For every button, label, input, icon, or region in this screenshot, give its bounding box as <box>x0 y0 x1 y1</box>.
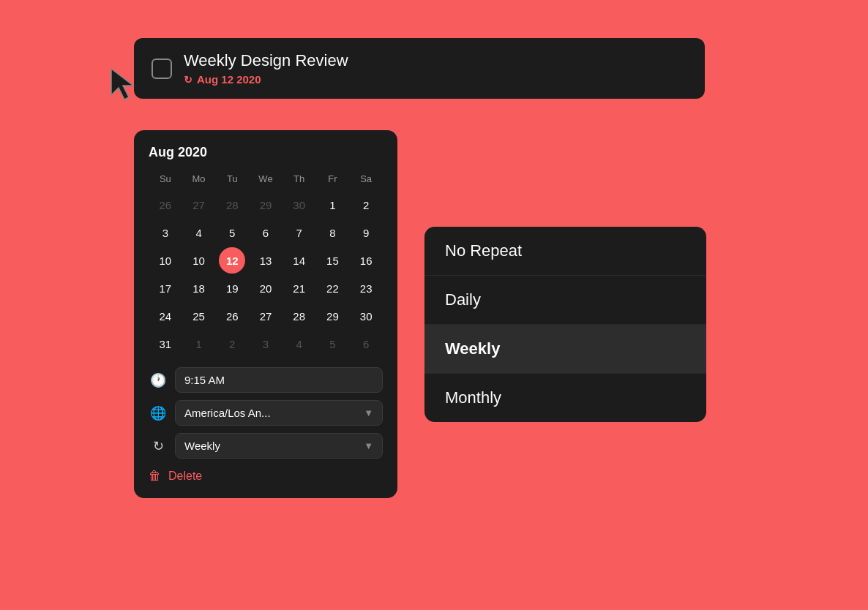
day-name-mo: Mo <box>182 170 216 187</box>
cal-day[interactable]: 30 <box>353 303 379 329</box>
calendar-header: Su Mo Tu We Th Fr Sa <box>149 170 383 187</box>
day-name-th: Th <box>283 170 316 187</box>
repeat-icon: ↻ <box>149 438 168 454</box>
delete-row[interactable]: 🗑 Delete <box>149 466 383 483</box>
repeat-dropdown-arrow: ▼ <box>364 440 373 451</box>
repeat-option-weekly[interactable]: Weekly <box>424 325 706 374</box>
timezone-dropdown-arrow: ▼ <box>364 407 373 418</box>
cal-day[interactable]: 24 <box>152 303 179 329</box>
cal-day[interactable]: 16 <box>353 247 379 274</box>
cal-day[interactable]: 4 <box>286 331 313 357</box>
repeat-value: Weekly <box>184 440 220 452</box>
cal-day[interactable]: 26 <box>152 192 179 218</box>
cal-day[interactable]: 20 <box>252 275 279 301</box>
calendar-week-1: 26 27 28 29 30 1 2 <box>149 192 383 218</box>
cal-day[interactable]: 7 <box>286 219 313 246</box>
calendar-week-6: 31 1 2 3 4 5 6 <box>149 331 383 357</box>
timezone-input[interactable]: America/Los An... ▼ <box>175 400 383 426</box>
calendar-week-4: 17 18 19 20 21 22 23 <box>149 275 383 301</box>
cal-day[interactable]: 6 <box>252 219 279 246</box>
calendar-controls: 🕐 9:15 AM 🌐 America/Los An... ▼ ↻ Weekly… <box>149 367 383 483</box>
cal-day[interactable]: 29 <box>319 303 345 329</box>
cal-day[interactable]: 31 <box>152 331 179 357</box>
cal-day[interactable]: 4 <box>186 219 212 246</box>
cal-day[interactable]: 28 <box>286 303 313 329</box>
cal-day[interactable]: 27 <box>252 303 279 329</box>
time-control-row: 🕐 9:15 AM <box>149 367 383 393</box>
cal-day[interactable]: 23 <box>353 275 379 301</box>
repeat-input[interactable]: Weekly ▼ <box>175 433 383 459</box>
cal-day[interactable]: 18 <box>186 275 212 301</box>
task-checkbox[interactable] <box>151 59 172 79</box>
cal-day[interactable]: 1 <box>319 192 345 218</box>
cal-day[interactable]: 15 <box>319 247 345 274</box>
cal-day[interactable]: 26 <box>219 303 245 329</box>
time-value: 9:15 AM <box>184 374 225 386</box>
repeat-options-panel: No Repeat Daily Weekly Monthly <box>424 227 706 422</box>
cal-day[interactable]: 14 <box>286 247 313 274</box>
cal-day[interactable]: 25 <box>186 303 212 329</box>
day-name-we: We <box>249 170 283 187</box>
cal-day[interactable]: 6 <box>353 331 379 357</box>
cal-day[interactable]: 5 <box>219 219 245 246</box>
cal-day[interactable]: 10 <box>186 247 212 274</box>
task-recurrence: ↻ Aug 12 2020 <box>184 73 348 86</box>
cal-day[interactable]: 2 <box>353 192 379 218</box>
day-name-tu: Tu <box>215 170 249 187</box>
recurrence-date: Aug 12 2020 <box>197 73 261 86</box>
cal-day[interactable]: 1 <box>186 331 212 357</box>
cal-day[interactable]: 28 <box>219 192 245 218</box>
cal-day[interactable]: 13 <box>252 247 279 274</box>
calendar-week-3: 10 10 12 13 14 15 16 <box>149 247 383 274</box>
cal-day[interactable]: 19 <box>219 275 245 301</box>
cal-day[interactable]: 29 <box>252 192 279 218</box>
timezone-value: America/Los An... <box>184 407 271 419</box>
trash-icon: 🗑 <box>149 469 161 483</box>
cal-day[interactable]: 30 <box>286 192 313 218</box>
task-bar: Weekly Design Review ↻ Aug 12 2020 <box>134 38 705 99</box>
cal-day[interactable]: 22 <box>319 275 345 301</box>
day-name-sa: Sa <box>349 170 383 187</box>
delete-label: Delete <box>168 470 202 483</box>
repeat-option-no-repeat[interactable]: No Repeat <box>424 227 706 276</box>
cal-day[interactable]: 21 <box>286 275 313 301</box>
cal-day[interactable]: 27 <box>186 192 212 218</box>
cal-day[interactable]: 2 <box>219 331 245 357</box>
repeat-control-row: ↻ Weekly ▼ <box>149 433 383 459</box>
calendar-grid: Su Mo Tu We Th Fr Sa 26 27 28 29 30 1 2 … <box>149 170 383 357</box>
calendar-month-title: Aug 2020 <box>149 145 383 160</box>
task-info: Weekly Design Review ↻ Aug 12 2020 <box>184 51 348 86</box>
cal-day[interactable]: 10 <box>152 247 179 274</box>
repeat-option-daily[interactable]: Daily <box>424 276 706 325</box>
clock-icon: 🕐 <box>149 372 168 388</box>
cal-day[interactable]: 8 <box>319 219 345 246</box>
cal-day[interactable]: 9 <box>353 219 379 246</box>
cal-day[interactable]: 17 <box>152 275 179 301</box>
cal-day[interactable]: 5 <box>319 331 345 357</box>
cal-day[interactable]: 3 <box>152 219 179 246</box>
calendar-panel: Aug 2020 Su Mo Tu We Th Fr Sa 26 27 28 2… <box>134 130 397 498</box>
globe-icon: 🌐 <box>149 405 168 421</box>
recurrence-icon: ↻ <box>184 74 192 86</box>
task-title: Weekly Design Review <box>184 51 348 70</box>
repeat-option-monthly[interactable]: Monthly <box>424 374 706 422</box>
calendar-weeks: 26 27 28 29 30 1 2 3 4 5 6 7 8 9 10 10 <box>149 192 383 357</box>
cal-day[interactable]: 3 <box>252 331 279 357</box>
calendar-week-5: 24 25 26 27 28 29 30 <box>149 303 383 329</box>
calendar-week-2: 3 4 5 6 7 8 9 <box>149 219 383 246</box>
cal-day-selected[interactable]: 12 <box>219 247 245 274</box>
day-name-su: Su <box>149 170 182 187</box>
day-name-fr: Fr <box>316 170 350 187</box>
timezone-control-row: 🌐 America/Los An... ▼ <box>149 400 383 426</box>
time-input[interactable]: 9:15 AM <box>175 367 383 393</box>
